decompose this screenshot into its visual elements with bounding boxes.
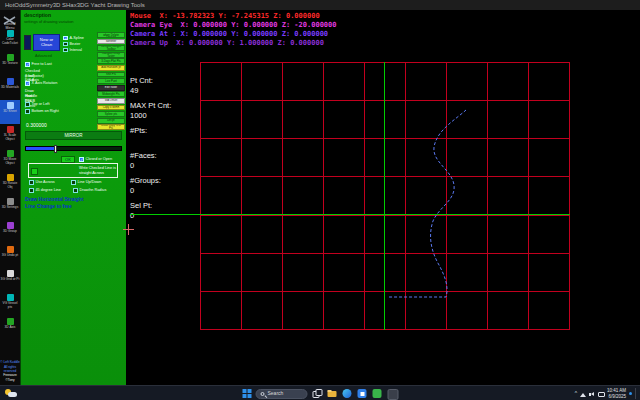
camera-at-readout: Camera At : X: 0.000000 Y: 0.000000 Z: 0…: [130, 30, 337, 39]
checkbox-bottom-on-right[interactable]: Bottom on Right: [25, 109, 59, 114]
sidebar-item-icon: [7, 174, 14, 181]
tool-button-9[interactable]: Midweight Pts: [97, 91, 125, 97]
task-view-icon[interactable]: [312, 388, 323, 399]
sidebar-item-12[interactable]: 3D Axis: [0, 316, 20, 340]
sidebar-footer: © Left KuddleAll rightsreservedFreeware©…: [0, 360, 20, 382]
weather-widget-icon[interactable]: [4, 388, 18, 399]
tool-button-7[interactable]: Live Punt: [97, 78, 125, 84]
sidebar-item-label: 3D Materials: [0, 86, 20, 90]
sidebar-item-5[interactable]: 3D Move Object: [0, 148, 20, 172]
checkbox-icon: [25, 102, 30, 107]
window-titlebar: HotOddSymmetry3D SHax3DG Yacht Drawing T…: [0, 0, 640, 10]
sidebar-item-11[interactable]: VG Vessel pts: [0, 292, 20, 316]
panel-subtitle: settings of drawing variation: [24, 19, 74, 24]
sidebar-item-label: VG Vessel pts: [0, 302, 20, 310]
stat-value: 0: [130, 186, 171, 196]
sidebar-item-4[interactable]: 3L Scale Object: [0, 124, 20, 148]
checkbox-x-axis-rotation[interactable]: X Axis Rotation: [25, 81, 57, 86]
sidebar-item-10[interactable]: 3G Grid or Pt: [0, 268, 20, 292]
camera-eye-readout: Camera Eye X: 0.000000 Y: 0.000000 Z: -2…: [130, 21, 337, 30]
windows-start-icon[interactable]: [243, 389, 252, 398]
slider-thumb[interactable]: [54, 145, 57, 153]
checkbox-icon: [25, 81, 30, 86]
file-explorer-icon[interactable]: [327, 388, 338, 399]
tool-button-5[interactable]: Add Random pt: [97, 65, 125, 71]
stat-label: #Groups:: [130, 176, 171, 186]
sidebar-item-0[interactable]: Color CodeTicket: [0, 28, 20, 52]
system-tray: ^ 10:41 AM 6/9/2025: [575, 387, 636, 400]
sidebar-item-label: 3L Scale Object: [0, 134, 20, 142]
stat-value: 0: [130, 211, 171, 221]
app-green-icon[interactable]: [372, 388, 383, 399]
tool-button-8[interactable]: Edit Node: [97, 85, 125, 91]
sidebar-item-icon: [7, 246, 14, 253]
show-desktop-button[interactable]: [635, 388, 636, 399]
tool-button-1[interactable]: Softener: [97, 39, 125, 45]
tool-button-strip: Selection Rect when Delete UnusedSoftene…: [97, 32, 125, 130]
sidebar-item-3[interactable]: 3D Sheet: [0, 100, 20, 124]
edge-icon[interactable]: [342, 388, 353, 399]
sidebar-item-7[interactable]: 3D Settings: [0, 196, 20, 220]
tool-button-10[interactable]: WA Offset: [97, 98, 125, 104]
tool-button-13[interactable]: Del pt: [97, 118, 125, 124]
drawing-settings-panel: description settings of drawing variatio…: [20, 10, 126, 385]
checkbox-top-or-left[interactable]: Top or Left: [25, 102, 49, 107]
tool-button-11[interactable]: Copy x MIRR: [97, 105, 125, 111]
sidebar-item-icon: [7, 78, 14, 85]
checkbox-closed-or-open[interactable]: Closed or Open: [79, 157, 112, 162]
hidden-icons-chevron[interactable]: ^: [575, 391, 577, 396]
slider-value: 0.300000: [26, 122, 47, 128]
sidebar-item-8[interactable]: 3D Group: [0, 220, 20, 244]
notification-badge[interactable]: [629, 392, 632, 395]
search-input[interactable]: Search: [256, 389, 308, 399]
network-icon[interactable]: [580, 391, 586, 397]
tool-button-6[interactable]: Knit Pts: [97, 72, 125, 78]
weight-slider[interactable]: [25, 146, 122, 151]
stat-label: MAX Pt Cnt:: [130, 101, 171, 111]
store-icon[interactable]: [357, 388, 368, 399]
control-menu-strip: Control Menu Color CodeTicket3D Texture3…: [0, 10, 20, 385]
tool-button-12[interactable]: Spline pts: [97, 111, 125, 117]
taskbar-clock[interactable]: 10:41 AM 6/9/2025: [607, 388, 626, 400]
checkbox-icon: [73, 188, 78, 193]
app-dark-icon[interactable]: [387, 388, 398, 399]
sidebar-item-label: 3D Settings: [0, 206, 20, 210]
sidebar-item-1[interactable]: 3D Texture: [0, 52, 20, 76]
straight-across-button[interactable]: [31, 168, 38, 175]
sidebar-item-label: 3D Rotate Obj: [0, 182, 20, 190]
checkbox-interval[interactable]: Interval: [63, 47, 95, 53]
tool-button-14[interactable]: Draw Copy Text Pts: [97, 124, 125, 130]
sidebar-item-6[interactable]: 3D Rotate Obj: [0, 172, 20, 196]
sidebar-item-label: 3G Undo pt: [0, 254, 20, 258]
mirror-button[interactable]: MIRROR: [25, 131, 122, 140]
checkbox-line-up-down[interactable]: Line Up/Down: [71, 180, 101, 185]
tool-button-2[interactable]: Remove Weight Toolbar: [97, 45, 125, 51]
checkbox-icon: [63, 36, 68, 41]
checkbox-free-to-last[interactable]: Free to Last: [25, 62, 52, 67]
sidebar-item-label: 3G Grid or Pt: [0, 278, 20, 282]
battery-icon[interactable]: [598, 391, 604, 397]
stat-label: #Faces:: [130, 151, 171, 161]
checkbox-45-degree-line[interactable]: 45 degree Line: [29, 188, 61, 193]
stat-label: #Pts:: [130, 126, 171, 136]
stat-label: Pt Cnt:: [130, 76, 171, 86]
tool-button-3[interactable]: Random Wrap Taster: [97, 52, 125, 58]
checkbox-icon: [25, 62, 30, 67]
checkbox-icon: [25, 109, 30, 114]
sidebar-item-9[interactable]: 3G Undo pt: [0, 244, 20, 268]
checkbox-icon: [79, 157, 84, 162]
ok-button[interactable]: OK: [61, 156, 75, 163]
volume-icon[interactable]: [589, 391, 595, 397]
new-or-clean-button[interactable]: New or Clean: [33, 34, 60, 51]
straight-across-box: Write Checked Line isstraight Across: [28, 163, 118, 178]
checkbox-use-across[interactable]: Use Across: [29, 180, 55, 185]
tool-button-4[interactable]: 3-Dags Plat Pts: [97, 58, 125, 64]
sidebar-item-2[interactable]: 3D Materials: [0, 76, 20, 100]
sidebar-item-icon: [7, 222, 14, 229]
horizontal-line-note: Draw Horizontal StraightLine Change to f…: [25, 196, 123, 203]
sidebar-item-label: 3D Axis: [0, 326, 20, 330]
checkbox-drawing-radius[interactable]: Drawihn Radius: [73, 188, 106, 193]
sidebar-item-icon: [7, 294, 14, 301]
tool-button-0[interactable]: Selection Rect when Delete Unused: [97, 32, 125, 38]
color-swatch[interactable]: [24, 35, 31, 50]
